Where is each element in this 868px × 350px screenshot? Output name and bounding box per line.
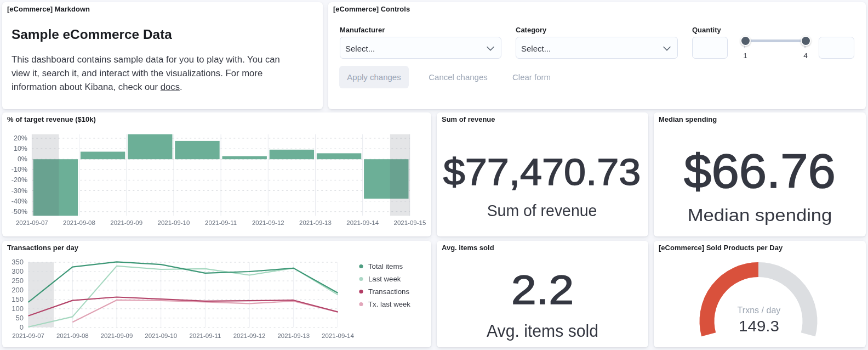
svg-text:Sum of revenue: Sum of revenue (487, 201, 597, 219)
svg-text:20%: 20% (14, 134, 27, 142)
svg-text:2021-09-12: 2021-09-12 (233, 332, 266, 339)
svg-text:$66.76: $66.76 (684, 144, 836, 197)
svg-text:2021-09-15: 2021-09-15 (393, 219, 426, 226)
svg-text:-50%: -50% (12, 208, 27, 216)
svg-text:0%: 0% (18, 155, 27, 163)
svg-text:Tx. last week: Tx. last week (368, 300, 410, 308)
svg-text:2021-09-07: 2021-09-07 (16, 219, 48, 226)
svg-text:0: 0 (20, 323, 24, 331)
svg-text:-20%: -20% (12, 176, 27, 184)
svg-text:-30%: -30% (12, 187, 27, 195)
svg-text:-40%: -40% (12, 197, 27, 205)
svg-text:2021-09-10: 2021-09-10 (145, 332, 177, 339)
svg-text:2021-09-07: 2021-09-07 (12, 332, 44, 339)
svg-text:2021-09-12: 2021-09-12 (252, 219, 284, 226)
svg-text:50: 50 (16, 314, 24, 322)
svg-text:10%: 10% (14, 145, 27, 153)
svg-text:250: 250 (12, 276, 24, 285)
svg-text:149.3: 149.3 (739, 318, 779, 335)
svg-text:350: 350 (12, 258, 24, 266)
svg-text:Transactions: Transactions (368, 287, 409, 296)
svg-text:300: 300 (12, 267, 24, 275)
svg-text:Total items: Total items (368, 262, 403, 270)
svg-text:2021-09-14: 2021-09-14 (346, 219, 379, 226)
svg-text:2021-09-11: 2021-09-11 (205, 219, 237, 226)
svg-text:2021-09-08: 2021-09-08 (63, 219, 95, 226)
svg-text:2021-09-13: 2021-09-13 (299, 219, 332, 226)
svg-text:2.2: 2.2 (511, 267, 574, 313)
svg-text:Median spending: Median spending (688, 205, 832, 225)
svg-text:-10%: -10% (12, 166, 27, 173)
svg-text:2021-09-14: 2021-09-14 (322, 332, 354, 339)
svg-text:100: 100 (12, 304, 24, 313)
svg-text:2021-09-08: 2021-09-08 (56, 332, 89, 339)
svg-text:2021-09-09: 2021-09-09 (101, 332, 133, 339)
svg-text:200: 200 (12, 286, 24, 294)
svg-text:Last week: Last week (368, 275, 401, 283)
svg-text:150: 150 (12, 295, 24, 303)
svg-text:2021-09-13: 2021-09-13 (277, 332, 310, 339)
svg-text:Avg. items sold: Avg. items sold (487, 321, 598, 341)
svg-text:2021-09-10: 2021-09-10 (157, 219, 190, 226)
svg-text:$77,470.73: $77,470.73 (443, 151, 641, 193)
svg-text:Trxns / day: Trxns / day (738, 305, 781, 315)
svg-text:2021-09-11: 2021-09-11 (189, 332, 221, 339)
svg-text:2021-09-09: 2021-09-09 (110, 219, 142, 226)
